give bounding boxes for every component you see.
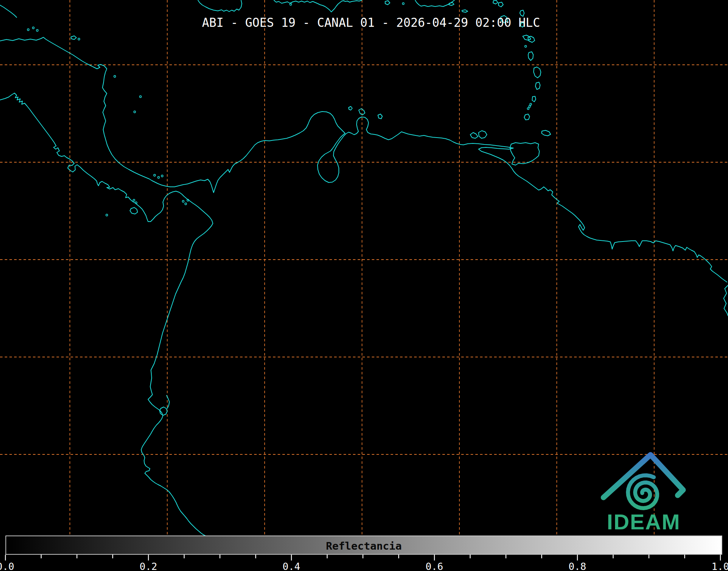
satellite-image-viewport: ABI - GOES 19 - CANAL 01 - 2026-04-29 02… [0,0,728,571]
colorbar-label: Reflectancia [6,540,721,552]
colorbar-tick-label: 0.6 [418,561,451,571]
colorbar-tick-label: 0.0 [0,561,22,571]
colorbar-tick-label: 0.2 [132,561,165,571]
colorbar-gradient: Reflectancia [5,536,722,555]
colorbar-tick-label: 0.8 [561,561,594,571]
colorbar-tick-label: 1.0 [704,561,728,571]
colorbar-tick-label: 0.4 [275,561,308,571]
colorbar-ticks [0,555,728,562]
logo-hurricane-spiral-icon [628,475,657,508]
ideam-logo: IDEAM [0,0,728,571]
logo-text: IDEAM [607,510,680,534]
